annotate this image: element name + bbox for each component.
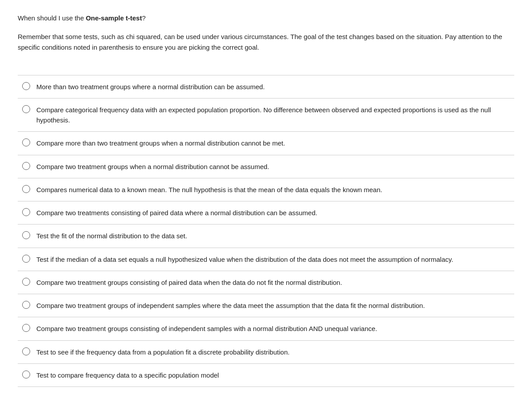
radio-button[interactable]	[22, 231, 30, 239]
option-text: Compare two treatments consisting of pai…	[36, 208, 317, 218]
header-bold: One-sample t-test	[86, 14, 142, 22]
option-text: Test to see if the frequency data from a…	[36, 347, 289, 357]
radio-button[interactable]	[22, 324, 30, 332]
option-text: Compare two treatment groups of independ…	[36, 300, 425, 311]
option-item[interactable]: Compare categorical frequency data with …	[18, 99, 514, 132]
radio-button[interactable]	[22, 208, 30, 216]
option-item[interactable]: Test the fit of the normal distribution …	[18, 225, 514, 248]
option-text: Test to compare frequency data to a spec…	[36, 370, 219, 380]
option-text: Test the fit of the normal distribution …	[36, 231, 187, 241]
radio-button[interactable]	[22, 105, 30, 113]
option-item[interactable]: Test if the median of a data set equals …	[18, 248, 514, 271]
option-item[interactable]: Compare two treatment groups when a norm…	[18, 155, 514, 178]
question-header: When should I use the One-sample t-test?	[18, 13, 514, 24]
radio-button[interactable]	[22, 255, 30, 263]
radio-button[interactable]	[22, 185, 30, 193]
option-text: Test if the median of a data set equals …	[36, 254, 453, 264]
header-prefix: When should I use the	[18, 14, 86, 22]
option-text: Compare two treatment groups consisting …	[36, 277, 342, 288]
option-item[interactable]: Compare two treatments consisting of pai…	[18, 201, 514, 225]
option-text: Compare categorical frequency data with …	[36, 105, 514, 126]
option-item[interactable]: Test to see if the frequency data from a…	[18, 341, 514, 364]
description-text: Remember that some tests, such as chi sq…	[18, 32, 514, 53]
radio-button[interactable]	[22, 162, 30, 170]
header-suffix: ?	[142, 14, 145, 22]
option-text: Compare two treatment groups consisting …	[36, 323, 377, 334]
radio-button[interactable]	[22, 347, 30, 355]
option-item[interactable]: Compare two treatment groups of independ…	[18, 294, 514, 317]
radio-button[interactable]	[22, 138, 30, 146]
radio-button[interactable]	[22, 278, 30, 286]
option-item[interactable]: Compare two treatment groups consisting …	[18, 271, 514, 294]
radio-button[interactable]	[22, 371, 30, 378]
option-text: Compare two treatment groups when a norm…	[36, 162, 269, 172]
option-item[interactable]: Compare two treatment groups consisting …	[18, 317, 514, 340]
option-text: Compares numerical data to a known mean.…	[36, 185, 382, 195]
option-item[interactable]: More than two treatment groups where a n…	[18, 75, 514, 99]
option-text: Compare more than two treatment groups w…	[36, 138, 285, 148]
option-text: More than two treatment groups where a n…	[36, 82, 265, 92]
option-item[interactable]: Compares numerical data to a known mean.…	[18, 178, 514, 201]
options-list: More than two treatment groups where a n…	[18, 75, 514, 387]
option-item[interactable]: Test to compare frequency data to a spec…	[18, 364, 514, 387]
radio-button[interactable]	[22, 301, 30, 309]
option-item[interactable]: Compare more than two treatment groups w…	[18, 132, 514, 155]
radio-button[interactable]	[22, 82, 30, 90]
